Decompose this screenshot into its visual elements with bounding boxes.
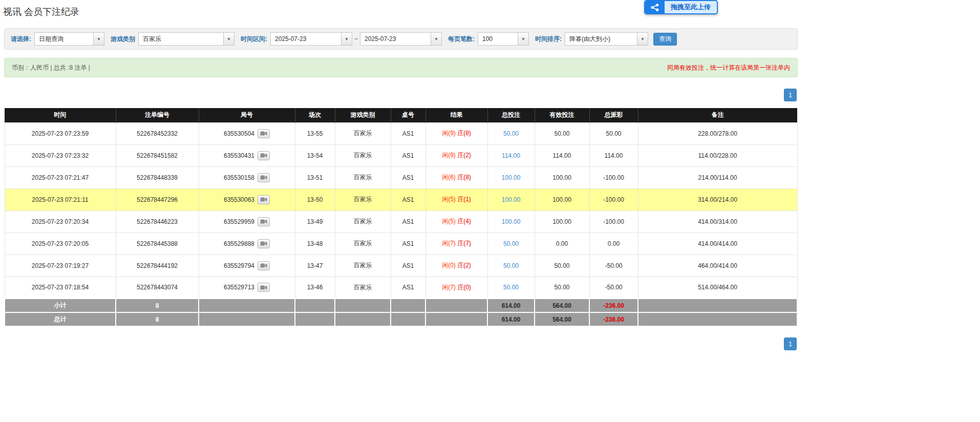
cell-payout: -50.00 [589,255,638,277]
result-player: 闲(5) [442,196,456,203]
footer-empty-cell [199,312,295,326]
footer-empty-cell [295,299,335,312]
time-sort-select[interactable]: 降幂(由大到小) ▼ [565,32,648,46]
result-player: 闲(0) [442,262,456,269]
total-bet-link[interactable]: 100.00 [502,218,521,225]
total-bet-link[interactable]: 50.00 [503,240,519,247]
video-camera-icon-button[interactable] [258,129,270,138]
cell-session: 13-55 [295,122,335,144]
cell-session: 13-48 [295,233,335,255]
round-number: 635529713 [224,284,254,291]
cell-bet-id: 522678451582 [116,144,199,166]
date-to-picker[interactable]: 2025-07-23 ▼ [360,32,442,46]
upload-dropzone[interactable]: 拖拽至此上传 [644,0,718,14]
total-bet-link[interactable]: 100.00 [502,174,521,181]
column-header: 总投注 [487,108,535,122]
game-type-select[interactable]: 百家乐 ▼ [138,32,235,46]
chevron-down-icon[interactable]: ▼ [223,33,234,45]
video-camera-icon-button[interactable] [258,195,270,204]
cell-bet-id: 522678448339 [116,166,199,188]
filter-bar: 请选择: 日期查询 ▼ 游戏类别 百家乐 ▼ 时间区间: 2025-07-23 … [4,28,798,50]
cell-table-no: AS1 [391,233,425,255]
table-row: 2025-07-23 07:19:27522678444192635529794… [5,255,797,277]
video-camera-icon-button[interactable] [258,261,270,270]
video-camera-icon-button[interactable] [258,151,270,160]
cell-valid-bet: 100.00 [535,166,589,188]
total-bet-link[interactable]: 50.00 [503,130,519,137]
page-size-select[interactable]: 100 ▼ [478,32,529,46]
date-to-value: 2025-07-23 [360,35,431,43]
cell-valid-bet: 50.00 [535,255,589,277]
footer-total-bet: 614.00 [487,299,535,312]
total-bet-link[interactable]: 50.00 [503,284,519,291]
date-from-picker[interactable]: 2025-07-23 ▼ [270,32,352,46]
total-bet-link[interactable]: 50.00 [503,262,519,269]
query-type-select[interactable]: 日期查询 ▼ [34,32,104,46]
chevron-down-icon[interactable]: ▼ [93,33,104,45]
cell-game-type: 百家乐 [335,166,391,188]
cell-remark: 414.00/414.00 [638,233,797,255]
cell-valid-bet: 50.00 [535,122,589,144]
valid-bet-notice: 同局有效投注，统一计算在该局第一张注单内 [667,64,790,72]
cell-total-bet: 50.00 [487,255,535,277]
cell-game-type: 百家乐 [335,188,391,210]
video-camera-icon-button[interactable] [258,173,270,182]
round-number: 635529888 [224,240,254,247]
cell-payout: -50.00 [589,277,638,299]
total-bet-link[interactable]: 114.00 [502,152,520,159]
cell-table-no: AS1 [391,166,425,188]
cell-result: 闲(5) 庄(4) [425,210,487,233]
cell-game-type: 百家乐 [335,210,391,233]
footer-empty-cell [199,299,295,312]
chevron-down-icon[interactable]: ▼ [518,33,528,45]
cell-bet-id: 522678444192 [116,255,199,277]
cell-table-no: AS1 [391,255,425,277]
round-number: 635530063 [224,196,254,203]
video-camera-icon-button[interactable] [258,217,270,226]
cell-time: 2025-07-23 07:21:47 [5,166,116,188]
cell-round-no: 635530158 [199,166,295,188]
cell-result: 闲(7) 庄(0) [425,277,487,299]
game-type-label: 游戏类别 [111,35,135,44]
subtotal-row: 小计8614.00564.00-236.00 [5,299,797,312]
cell-round-no: 635529713 [199,277,295,299]
chevron-down-icon[interactable]: ▼ [341,33,352,45]
footer-valid-bet: 564.00 [535,312,589,326]
video-camera-icon-button[interactable] [258,239,270,248]
cell-round-no: 635530063 [199,188,295,210]
pagination-page-button-bottom[interactable]: 1 [784,337,797,350]
cell-table-no: AS1 [391,122,425,144]
cell-remark: 114.00/228.00 [638,144,797,166]
result-banker: 庄(1) [457,196,471,203]
footer-total-bet: 614.00 [487,312,535,326]
chevron-down-icon[interactable]: ▼ [431,33,441,45]
column-header: 桌号 [391,108,425,122]
cell-remark: 514.00/464.00 [638,277,797,299]
video-camera-icon-button[interactable] [258,283,270,292]
date-from-value: 2025-07-23 [271,35,341,43]
cell-bet-id: 522678452332 [116,122,199,144]
range-separator: ~ [354,35,358,43]
cell-round-no: 635529794 [199,255,295,277]
cell-session: 13-50 [295,188,335,210]
table-row: 2025-07-23 07:20:05522678445388635529888… [5,233,797,255]
cell-remark: 228.00/278.00 [638,122,797,144]
cell-payout: -100.00 [589,166,638,188]
column-header: 游戏类别 [335,108,391,122]
cell-remark: 414.00/314.00 [638,210,797,233]
chevron-down-icon[interactable]: ▼ [637,33,648,45]
total-bet-link[interactable]: 100.00 [502,196,521,203]
cell-time: 2025-07-23 07:23:32 [5,144,116,166]
cell-bet-id: 522678447296 [116,188,199,210]
footer-payout: -236.00 [589,299,638,312]
cell-total-bet: 50.00 [487,277,535,299]
pagination-page-button-top[interactable]: 1 [784,89,797,101]
cell-valid-bet: 100.00 [535,188,589,210]
column-header: 场次 [295,108,335,122]
table-row: 2025-07-23 07:23:59522678452332635530504… [5,122,797,144]
table-row: 2025-07-23 07:21:11522678447296635530063… [5,188,797,210]
footer-empty-cell [425,299,487,312]
cell-payout: -100.00 [589,210,638,233]
search-button[interactable]: 查询 [653,33,677,46]
cell-session: 13-51 [295,166,335,188]
